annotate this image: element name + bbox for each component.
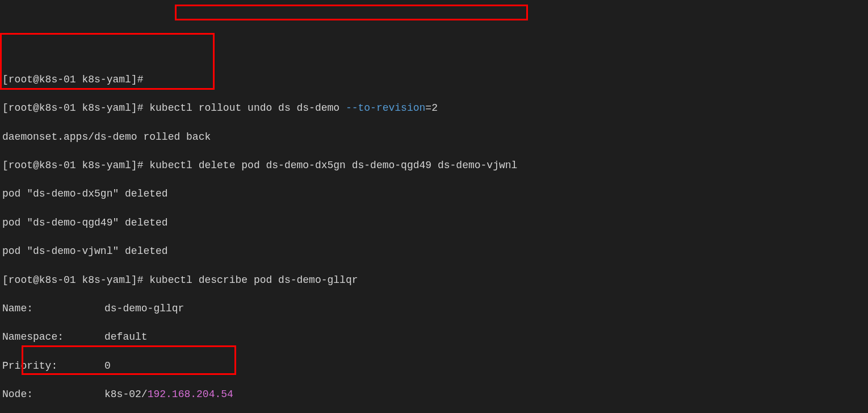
prompt: [root@k8s-01 k8s-yaml]#	[2, 274, 149, 286]
field-namespace: Namespace:default	[2, 330, 866, 344]
output-line: pod "ds-demo-vjwnl" deleted	[2, 244, 866, 258]
field-value: default	[104, 331, 148, 343]
field-key: Priority:	[2, 359, 104, 373]
command-line-rollout: [root@k8s-01 k8s-yaml]# kubectl rollout …	[2, 101, 866, 115]
field-key: Name:	[2, 302, 104, 316]
field-value-pre: k8s-02/	[104, 389, 148, 400]
command-arg: =2	[425, 102, 438, 114]
field-priority: Priority:0	[2, 359, 866, 373]
field-value: ds-demo-gllqr	[104, 303, 184, 314]
field-name: Name:ds-demo-gllqr	[2, 302, 866, 316]
prompt: [root@k8s-01 k8s-yaml]#	[2, 102, 149, 114]
terminal-output[interactable]: [root@k8s-01 k8s-yaml]# [root@k8s-01 k8s…	[2, 59, 866, 413]
field-node: Node:k8s-02/192.168.204.54	[2, 387, 866, 402]
output-line: daemonset.apps/ds-demo rolled back	[2, 130, 866, 144]
command-line-describe: [root@k8s-01 k8s-yaml]# kubectl describe…	[2, 273, 866, 287]
prompt-line: [root@k8s-01 k8s-yaml]#	[2, 73, 866, 87]
prompt: [root@k8s-01 k8s-yaml]#	[2, 74, 149, 85]
prompt: [root@k8s-01 k8s-yaml]#	[2, 160, 149, 171]
output-line: pod "ds-demo-qgd49" deleted	[2, 216, 866, 230]
command-text: kubectl delete pod ds-demo-dx5gn ds-demo…	[149, 160, 517, 171]
field-key: Node:	[2, 387, 104, 402]
flag-text: --to-revision	[346, 102, 425, 114]
command-line-delete: [root@k8s-01 k8s-yaml]# kubectl delete p…	[2, 158, 866, 173]
output-line: pod "ds-demo-dx5gn" deleted	[2, 187, 866, 201]
field-key: Namespace:	[2, 330, 104, 344]
command-text: kubectl describe pod ds-demo-gllqr	[149, 274, 358, 286]
ip-address: 192.168.204.54	[148, 389, 233, 400]
highlight-box-1	[175, 5, 528, 20]
command-text: kubectl rollout undo ds ds-demo	[149, 102, 346, 114]
field-value: 0	[104, 360, 111, 372]
